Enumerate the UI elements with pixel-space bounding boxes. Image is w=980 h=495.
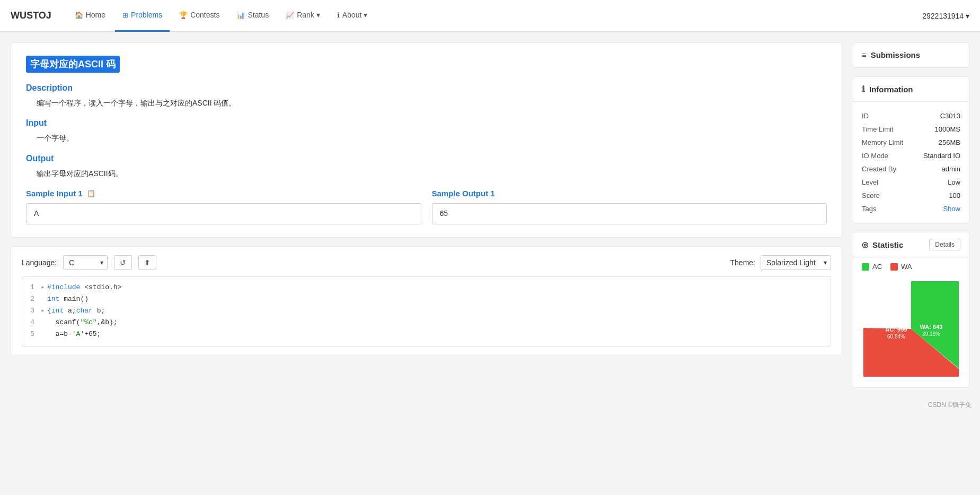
about-icon: ℹ [337,11,340,19]
nav-home[interactable]: 🏠 Home [67,0,113,32]
statistic-card: ◎ Statistic Details AC WA [853,232,969,388]
wa-dot [890,263,898,271]
timelimit-label: Time Limit [862,125,893,133]
legend-wa: WA [890,263,912,271]
svg-text:60.84%: 60.84% [887,334,905,340]
svg-text:39.16%: 39.16% [922,331,940,337]
user-menu[interactable]: 2922131914 ▾ [922,12,969,20]
details-button[interactable]: Details [929,239,960,250]
statistic-title: ◎ Statistic [862,240,903,249]
nav-rank-label: Rank ▾ [297,11,320,19]
footer-text: CSDN ©疯子兔 [928,401,972,409]
output-text: 输出字母对应的ASCII码。 [37,168,827,179]
code-line-3: 3 ▸ {int a;char b; [22,306,831,317]
language-select[interactable]: C C++ Java Python [63,255,108,270]
editor-card: Language: C C++ Java Python ↺ ⬆ Theme: [11,246,842,355]
copy-icon[interactable]: 📋 [87,189,95,197]
problem-card: 字母对应的ASCII 码 Description 编写一个程序，读入一个字母，输… [11,42,842,238]
theme-label: Theme: [730,258,755,267]
statistic-label: Statistic [872,240,903,249]
info-score: Score 100 [862,189,960,202]
nav-about[interactable]: ℹ About ▾ [330,0,375,32]
sample-output-title: Sample Output 1 [432,189,495,198]
iomode-value: Standard IO [923,152,960,160]
home-icon: 🏠 [75,11,83,19]
theme-select-wrapper: Solarized Light Dark Monokai [761,255,831,270]
information-label: Information [869,85,913,94]
info-iomode: IO Mode Standard IO [862,149,960,162]
reset-button[interactable]: ↺ [114,255,132,270]
memorylimit-value: 256MB [939,138,960,146]
language-label: Language: [22,258,57,267]
info-level: Level Low [862,176,960,189]
code-line-4: 4 scanf("%c",&b); [22,317,831,329]
nav-rank[interactable]: 📈 Rank ▾ [278,0,328,32]
submissions-card: ≡ Submissions [853,42,969,68]
info-createdby: Created By admin [862,162,960,176]
stat-legend: AC WA [853,257,969,276]
memorylimit-label: Memory Limit [862,138,903,146]
username: 2922131914 ▾ [922,12,969,20]
navbar: WUSTOJ 🏠 Home ⊞ Problems 🏆 Contests 📊 St… [0,0,980,32]
problem-title: 字母对应的ASCII 码 [26,56,120,73]
editor-toolbar: Language: C C++ Java Python ↺ ⬆ Theme: [22,255,831,270]
createdby-label: Created By [862,165,896,173]
sample-output-label: Sample Output 1 [432,189,827,198]
information-card: ℹ Information ID C3013 Time Limit 1000MS… [853,76,969,223]
tags-label: Tags [862,205,876,213]
code-line-5: 5 a=b-'A'+65; [22,329,831,341]
main-container: 字母对应的ASCII 码 Description 编写一个程序，读入一个字母，输… [0,32,980,398]
svg-text:WA: 643: WA: 643 [920,324,943,330]
score-label: Score [862,192,880,199]
description-text: 编写一个程序，读入一个字母，输出与之对应的ASCII 码值。 [37,97,827,109]
code-line-1: 1 ▸ #include <stdio.h> [22,282,831,294]
samples-row: Sample Input 1 📋 A Sample Output 1 65 [26,189,827,224]
language-select-wrapper: C C++ Java Python [63,255,108,270]
nav-status-label: Status [248,11,269,19]
pie-chart-container: AC: 999 60.84% WA: 643 39.16% [853,276,969,387]
wa-label: WA [901,263,912,271]
code-editor[interactable]: 1 ▸ #include <stdio.h> 2 int main() 3 ▸ … [22,276,831,346]
brand-logo: WUSTOJ [11,10,51,21]
pie-chart: AC: 999 60.84% WA: 643 39.16% [863,281,959,377]
info-memorylimit: Memory Limit 256MB [862,136,960,149]
ac-dot [862,263,869,271]
score-value: 100 [949,192,960,199]
statistic-icon: ◎ [862,240,868,249]
sample-output-value: 65 [440,209,448,218]
info-id: ID C3013 [862,109,960,123]
submissions-label: Submissions [871,50,920,59]
level-label: Level [862,178,878,186]
contests-icon: 🏆 [179,11,188,19]
info-timelimit: Time Limit 1000MS [862,123,960,136]
nav-problems-label: Problems [131,11,162,19]
output-heading: Output [26,154,827,163]
info-table: ID C3013 Time Limit 1000MS Memory Limit … [853,102,969,223]
sample-output-box: 65 [432,203,827,224]
upload-button[interactable]: ⬆ [138,255,156,270]
theme-select[interactable]: Solarized Light Dark Monokai [761,255,831,270]
nav-contests-label: Contests [190,11,219,19]
sidebar: ≡ Submissions ℹ Information ID C3013 Tim… [853,42,969,388]
information-header: ℹ Information [853,77,969,102]
sample-output-col: Sample Output 1 65 [432,189,827,224]
sample-input-col: Sample Input 1 📋 A [26,189,421,224]
iomode-label: IO Mode [862,152,888,160]
nav-status[interactable]: 📊 Status [229,0,276,32]
level-value: Low [948,178,960,186]
problems-icon: ⊞ [122,11,128,19]
content-area: 字母对应的ASCII 码 Description 编写一个程序，读入一个字母，输… [11,42,842,388]
nav-problems[interactable]: ⊞ Problems [115,0,170,32]
ac-label: AC [872,263,882,271]
svg-text:AC: 999: AC: 999 [886,326,907,333]
sample-input-label: Sample Input 1 📋 [26,189,421,198]
submissions-header: ≡ Submissions [853,43,969,67]
status-icon: 📊 [236,11,245,19]
theme-group: Theme: Solarized Light Dark Monokai [730,255,831,270]
tags-show-link[interactable]: Show [943,205,960,213]
nav-contests[interactable]: 🏆 Contests [172,0,227,32]
sample-input-value: A [34,209,39,218]
code-line-2: 2 int main() [22,294,831,306]
sample-input-title: Sample Input 1 [26,189,83,198]
input-heading: Input [26,118,827,128]
